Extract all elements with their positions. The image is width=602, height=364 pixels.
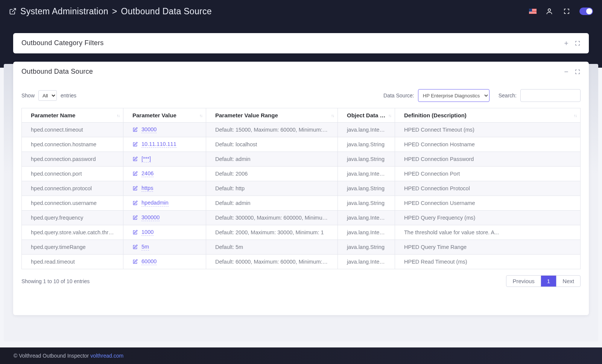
entries-select[interactable]: All [38, 90, 57, 101]
pager-next[interactable]: Next [556, 276, 580, 287]
cell-definition: HPED Connection Protocol [395, 181, 581, 196]
locale-flag-icon[interactable] [529, 9, 537, 14]
cell-definition: HPED Connection Port [395, 167, 581, 181]
edit-icon[interactable] [132, 215, 138, 220]
table-row: hped.query.timeRange5mDefault: 5mjava.la… [22, 240, 581, 255]
search-input[interactable] [520, 89, 581, 102]
table-row: hped.connection.hostname10.11.110.111Def… [22, 137, 581, 152]
cell-parameter-range: Default: 2000, Maximum: 30000, Minimum: … [206, 225, 338, 240]
datasource-card-title: Outbound Data Source [21, 68, 93, 76]
cell-parameter-name: hped.query.timeRange [22, 240, 123, 255]
edit-icon[interactable] [132, 156, 138, 162]
col-parameter-name[interactable]: Parameter Name↑↓ [22, 108, 123, 123]
edit-icon[interactable] [132, 186, 138, 191]
edit-icon[interactable] [132, 142, 138, 147]
col-definition[interactable]: Definition (Description)↑↓ [395, 108, 581, 123]
edit-icon[interactable] [132, 259, 138, 264]
cell-definition: HPED Query Frequency (ms) [395, 211, 581, 225]
datasource-label: Data Source: [383, 93, 414, 99]
pager-page-1[interactable]: 1 [541, 276, 556, 287]
parameter-value-link[interactable]: 300000 [141, 214, 160, 221]
edit-icon[interactable] [132, 200, 138, 206]
entries-label: entries [61, 93, 76, 99]
cell-parameter-value: 2406 [123, 167, 206, 181]
parameter-value-link[interactable]: 5m [141, 244, 149, 250]
breadcrumb-leaf[interactable]: Outbound Data Source [121, 6, 212, 17]
cell-definition: HPED Connection Username [395, 196, 581, 211]
cell-definition: HPED Connect Timeout (ms) [395, 123, 581, 137]
minimize-icon[interactable] [563, 69, 569, 75]
footer-copyright: © Volthread Outbound Inspector [14, 353, 89, 359]
theme-toggle[interactable] [579, 8, 593, 15]
expand-icon[interactable] [575, 40, 581, 46]
cell-parameter-range: Default: http [206, 181, 338, 196]
cell-object-type: java.lang.Integer [338, 167, 395, 181]
parameter-value-link[interactable]: 1000 [141, 229, 154, 236]
parameter-value-link[interactable]: 30000 [141, 126, 157, 133]
table-row: hped.query.store.value.catch.threshold10… [22, 225, 581, 240]
cell-parameter-value: https [123, 181, 206, 196]
cell-parameter-value: 30000 [123, 123, 206, 137]
edit-icon[interactable] [132, 244, 138, 250]
parameter-value-link[interactable]: hpedadmin [141, 200, 169, 206]
parameter-value-link[interactable]: 10.11.110.111 [141, 141, 176, 148]
cell-parameter-range: Default: localhost [206, 137, 338, 152]
cell-parameter-range: Default: 300000, Maximum: 600000, Minimu… [206, 211, 338, 225]
cell-parameter-range: Default: 2006 [206, 167, 338, 181]
footer-link[interactable]: volthread.com [90, 353, 123, 359]
svg-point-1 [548, 9, 551, 11]
edit-icon[interactable] [132, 230, 138, 235]
filters-card-title: Outbound Category Filters [21, 39, 104, 47]
col-object-type[interactable]: Object Data Type↑↓ [338, 108, 395, 123]
table-row: hped.query.frequency300000Default: 30000… [22, 211, 581, 225]
parameter-value-link[interactable]: [***] [141, 156, 151, 162]
pager-previous[interactable]: Previous [506, 276, 541, 287]
svg-line-0 [12, 9, 15, 12]
edit-icon[interactable] [132, 171, 138, 176]
pager: Previous 1 Next [506, 275, 581, 287]
cell-parameter-name: hped.connection.port [22, 167, 123, 181]
parameter-value-link[interactable]: https [141, 185, 153, 192]
filters-card: Outbound Category Filters [13, 33, 589, 53]
cell-object-type: java.lang.Integer [338, 255, 395, 269]
search-label: Search: [499, 93, 517, 99]
cell-parameter-range: Default: admin [206, 196, 338, 211]
cell-parameter-value: 60000 [123, 255, 206, 269]
plus-icon[interactable] [563, 40, 569, 46]
cell-parameter-name: hped.connection.username [22, 196, 123, 211]
cell-parameter-value: 1000 [123, 225, 206, 240]
table-row: hped.connect.timeout30000Default: 15000,… [22, 123, 581, 137]
table-row: hped.connection.protocolhttpsDefault: ht… [22, 181, 581, 196]
table-row: hped.connection.port2406Default: 2006jav… [22, 167, 581, 181]
cell-parameter-name: hped.read.timeout [22, 255, 123, 269]
cell-parameter-name: hped.connection.password [22, 152, 123, 167]
footer-bar: © Volthread Outbound Inspector volthread… [0, 347, 602, 364]
cell-parameter-name: hped.connect.timeout [22, 123, 123, 137]
cell-parameter-name: hped.query.store.value.catch.threshold [22, 225, 123, 240]
parameter-value-link[interactable]: 2406 [141, 170, 154, 177]
edit-icon[interactable] [132, 127, 138, 132]
cell-parameter-value: [***] [123, 152, 206, 167]
cell-object-type: java.lang.Integer [338, 123, 395, 137]
cell-object-type: java.lang.String [338, 196, 395, 211]
col-parameter-value[interactable]: Parameter Value↑↓ [123, 108, 206, 123]
table-row: hped.connection.usernamehpedadminDefault… [22, 196, 581, 211]
col-parameter-range[interactable]: Parameter Value Range↑↓ [206, 108, 338, 123]
parameter-value-link[interactable]: 60000 [141, 258, 157, 265]
cell-definition: HPED Connection Password [395, 152, 581, 167]
breadcrumb-root[interactable]: System Administration [20, 6, 108, 17]
cell-definition: HPED Query Time Range [395, 240, 581, 255]
cell-parameter-range: Default: 60000, Maximum: 60000, Minimum:… [206, 255, 338, 269]
cell-parameter-value: hpedadmin [123, 196, 206, 211]
cell-parameter-value: 300000 [123, 211, 206, 225]
cell-parameter-name: hped.connection.protocol [22, 181, 123, 196]
table-info: Showing 1 to 10 of 10 entries [21, 278, 90, 284]
cell-parameter-range: Default: 15000, Maximum: 60000, Minimum:… [206, 123, 338, 137]
fullscreen-icon[interactable] [562, 7, 571, 16]
cell-object-type: java.lang.String [338, 240, 395, 255]
expand-icon[interactable] [575, 69, 581, 75]
cell-object-type: java.lang.Integer [338, 225, 395, 240]
user-icon[interactable] [545, 7, 554, 16]
datasource-select[interactable]: HP Enterprise Diagnostics [418, 89, 490, 102]
cell-object-type: java.lang.String [338, 181, 395, 196]
